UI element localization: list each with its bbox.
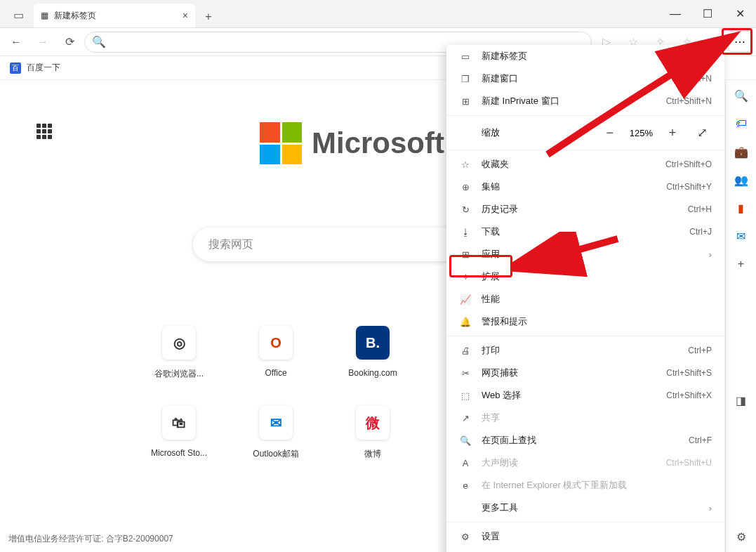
menu-apps[interactable]: ⊞应用› — [446, 243, 724, 265]
sidebar-games-icon[interactable]: 👥 — [734, 173, 748, 187]
tab-actions-button[interactable]: ▭ — [6, 2, 31, 27]
menu-label: 集锦 — [482, 180, 500, 193]
new-tab-button[interactable]: + — [198, 6, 219, 27]
back-button[interactable]: ← — [4, 30, 28, 54]
shortcut: Ctrl+J — [689, 227, 712, 237]
menu-label: 更多工具 — [482, 501, 518, 514]
menu-label: 应用 — [482, 248, 500, 261]
settings-more-button[interactable]: ⋯ — [728, 31, 752, 52]
shortcut: Ctrl+Shift+O — [665, 159, 712, 169]
shortcut: Ctrl+N — [688, 74, 712, 84]
menu-zoom: 缩放 − 125% + ⤢ — [446, 119, 724, 147]
menu-alerts[interactable]: 🔔警报和提示 — [446, 310, 724, 333]
menu-downloads[interactable]: ⭳下载Ctrl+J — [446, 221, 724, 243]
menu-label: 在页面上查找 — [482, 434, 536, 447]
shortcut: Ctrl+Shift+Y — [666, 182, 712, 192]
menu-readaloud: A大声朗读Ctrl+Shift+U — [446, 452, 724, 474]
maximize-button[interactable]: ☐ — [691, 0, 724, 28]
web-search-box[interactable]: 搜索网页 — [193, 228, 460, 261]
sidebar-outlook-icon[interactable]: ✉ — [734, 229, 748, 243]
menu-label: 性能 — [482, 293, 500, 305]
window-controls: — ☐ ✕ — [659, 0, 756, 28]
minimize-button[interactable]: — — [659, 0, 691, 28]
capture-icon: ✂ — [459, 368, 472, 379]
menu-label: 扩展 — [482, 270, 500, 283]
menu-label: 网页捕获 — [482, 367, 518, 379]
sidebar-settings-icon[interactable]: ⚙ — [734, 530, 748, 544]
sidebar-shopping-icon[interactable]: 🏷 — [734, 117, 748, 131]
shortcut: Ctrl+Shift+U — [666, 458, 712, 468]
menu-new-inprivate[interactable]: ⊞新建 InPrivate 窗口Ctrl+Shift+N — [446, 90, 724, 112]
fullscreen-button[interactable]: ⤢ — [692, 123, 712, 143]
shortcut: Ctrl+Shift+X — [666, 390, 712, 400]
zoom-label: 缩放 — [482, 126, 500, 139]
microsoft-logo-icon — [260, 122, 302, 164]
performance-icon: 📈 — [459, 294, 472, 305]
apps-icon: ⊞ — [459, 249, 472, 260]
sidebar-search-icon[interactable]: 🔍 — [734, 88, 748, 103]
close-button[interactable]: ✕ — [724, 0, 756, 28]
menu-print[interactable]: 🖨打印Ctrl+P — [446, 339, 724, 362]
tile-label: Booking.com — [348, 368, 397, 378]
tab-strip: ▭ ▦ 新建标签页 × + — [0, 0, 219, 27]
sidebar-office-icon[interactable]: ▮ — [734, 201, 748, 215]
menu-label: 在 Internet Explorer 模式下重新加载 — [482, 479, 627, 492]
bookmark-baidu[interactable]: 百度一下 — [27, 62, 60, 74]
select-icon: ⬚ — [459, 390, 472, 401]
tile-label: 谷歌浏览器... — [154, 368, 204, 380]
menu-label: 历史记录 — [482, 203, 518, 216]
shortcut: Ctrl+F — [689, 435, 712, 445]
menu-more-tools[interactable]: 更多工具› — [446, 497, 724, 519]
tile-label: Office — [265, 368, 286, 378]
menu-performance[interactable]: 📈性能 — [446, 288, 724, 310]
refresh-button[interactable]: ⟳ — [58, 30, 81, 54]
settings-menu: ▭新建标签页Ctrl+T ❐新建窗口Ctrl+N ⊞新建 InPrivate 窗… — [446, 45, 724, 552]
zoom-out-button[interactable]: − — [600, 123, 620, 143]
menu-webselect[interactable]: ⬚Web 选择Ctrl+Shift+X — [446, 384, 724, 407]
quick-link-tile[interactable]: ◎谷歌浏览器... — [133, 326, 225, 403]
microsoft-logo-text: Microsoft — [312, 126, 444, 160]
quick-link-tile[interactable]: 🛍Microsoft Sto... — [133, 406, 225, 483]
readaloud-icon: A — [459, 458, 472, 468]
menu-new-tab[interactable]: ▭新建标签页Ctrl+T — [446, 45, 724, 67]
menu-label: 新建窗口 — [482, 72, 518, 85]
menu-label: 下载 — [482, 225, 500, 238]
menu-hide-sidebar[interactable]: ◨隐藏边栏Ctrl+Shift+/ — [446, 548, 724, 552]
tile-label: Microsoft Sto... — [151, 448, 207, 458]
menu-collections[interactable]: ⊕集锦Ctrl+Shift+Y — [446, 176, 724, 198]
menu-extensions[interactable]: ✧扩展 — [446, 265, 724, 288]
quick-link-tile[interactable]: 微微博 — [327, 406, 418, 483]
print-icon: 🖨 — [459, 346, 472, 356]
sidebar-collapse-icon[interactable]: ◨ — [734, 393, 748, 407]
menu-find[interactable]: 🔍在页面上查找Ctrl+F — [446, 429, 724, 452]
tile-icon: ✉ — [259, 406, 293, 440]
zoom-in-button[interactable]: + — [663, 123, 682, 143]
tab-close-icon[interactable]: × — [183, 10, 188, 21]
forward-button[interactable]: → — [31, 30, 55, 54]
menu-label: 新建 InPrivate 窗口 — [482, 95, 559, 107]
window-icon: ❐ — [459, 74, 472, 84]
quick-link-tile[interactable]: B.Booking.com — [327, 326, 418, 403]
menu-history[interactable]: ↻历史记录Ctrl+H — [446, 198, 724, 221]
menu-new-window[interactable]: ❐新建窗口Ctrl+N — [446, 67, 724, 90]
menu-label: 设置 — [482, 530, 500, 543]
sidebar-add-icon[interactable]: + — [734, 257, 748, 271]
search-placeholder: 搜索网页 — [208, 237, 253, 252]
tile-label: Outlook邮箱 — [253, 448, 298, 460]
tab-icon: ▭ — [459, 51, 472, 62]
apps-grid-button[interactable] — [37, 124, 58, 145]
browser-tab[interactable]: ▦ 新建标签页 × — [34, 4, 195, 27]
quick-link-tile[interactable]: ✉Outlook邮箱 — [230, 406, 321, 483]
bell-icon: 🔔 — [459, 317, 472, 327]
sidebar-tools-icon[interactable]: 💼 — [734, 145, 748, 159]
menu-label: 收藏夹 — [482, 158, 509, 171]
menu-capture[interactable]: ✂网页捕获Ctrl+Shift+S — [446, 362, 724, 384]
menu-label: 共享 — [482, 412, 500, 424]
chevron-right-icon: › — [709, 503, 712, 513]
quick-link-tile[interactable]: OOffice — [230, 326, 321, 403]
menu-favorites[interactable]: ☆收藏夹Ctrl+Shift+O — [446, 153, 724, 176]
inprivate-icon: ⊞ — [459, 96, 472, 107]
menu-settings[interactable]: ⚙设置 — [446, 525, 724, 548]
tab-favicon: ▦ — [41, 11, 48, 20]
menu-share: ↗共享 — [446, 407, 724, 429]
